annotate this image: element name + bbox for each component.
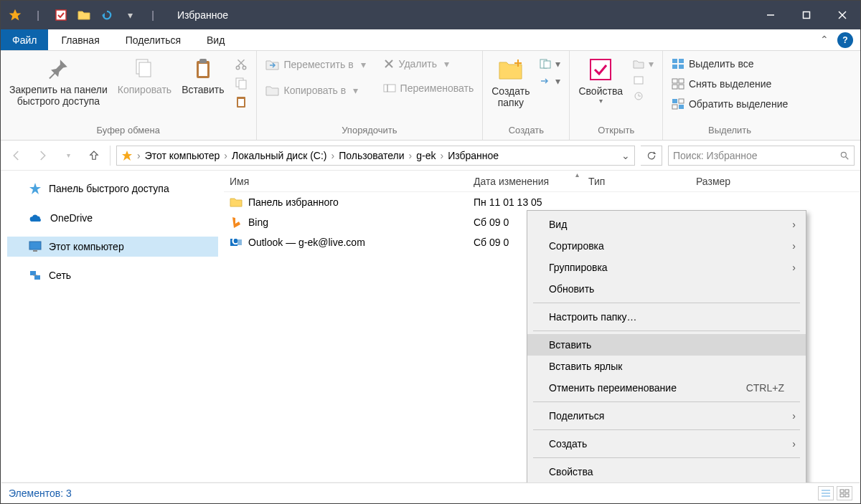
chevron-right-icon[interactable]: › xyxy=(331,150,335,161)
address-dropdown-icon[interactable]: ⌄ xyxy=(621,150,630,161)
chevron-right-icon[interactable]: › xyxy=(137,150,141,161)
tab-file[interactable]: Файл xyxy=(1,29,48,50)
chevron-right-icon: › xyxy=(792,438,796,450)
chevron-right-icon[interactable]: › xyxy=(409,150,413,161)
titlebar: | ▾ | Избранное xyxy=(1,1,860,29)
bing-icon xyxy=(230,216,243,229)
chevron-right-icon[interactable]: › xyxy=(441,150,444,161)
history-button[interactable] xyxy=(629,90,658,103)
tab-view[interactable]: Вид xyxy=(194,29,237,50)
svg-rect-8 xyxy=(139,62,151,77)
ctx-refresh[interactable]: Обновить xyxy=(527,278,806,300)
column-type[interactable]: Тип xyxy=(583,176,690,187)
tab-home[interactable]: Главная xyxy=(48,29,112,50)
sidebar-item-thispc[interactable]: Этот компьютер xyxy=(7,237,218,257)
selectall-label: Выделить все xyxy=(689,58,754,70)
maximize-button[interactable] xyxy=(789,1,824,29)
crumb-user[interactable]: g-ek xyxy=(416,150,436,161)
up-button[interactable] xyxy=(84,146,104,166)
ctx-customize[interactable]: Настроить папку… xyxy=(527,306,806,328)
sort-indicator-icon: ▴ xyxy=(575,171,579,179)
chevron-right-icon: › xyxy=(792,240,796,252)
context-menu: Вид› Сортировка› Группировка› Обновить Н… xyxy=(527,210,806,486)
close-button[interactable] xyxy=(824,1,860,29)
folder-qat-icon[interactable] xyxy=(74,5,94,25)
paste-label: Вставить xyxy=(182,84,224,95)
crumb-users[interactable]: Пользователи xyxy=(339,150,404,161)
svg-rect-11 xyxy=(199,59,207,63)
open-button[interactable]: ▾ xyxy=(629,57,658,71)
minimize-ribbon-icon[interactable]: ⌃ xyxy=(820,34,829,50)
new-item-button[interactable]: ▾ xyxy=(535,57,565,71)
moveto-label: Переместить в xyxy=(284,59,354,70)
crumb-favorites[interactable]: Избранное xyxy=(448,150,499,161)
status-items: Элементов: 3 xyxy=(9,488,72,499)
delete-button[interactable]: Удалить▾ xyxy=(379,57,479,71)
invert-button[interactable]: Обратить выделение xyxy=(667,97,792,111)
column-name[interactable]: Имя xyxy=(224,176,468,187)
table-row[interactable]: Панель избранного Пн 11 01 13 05 xyxy=(224,192,860,212)
recent-button[interactable]: ▾ xyxy=(58,146,78,166)
search-placeholder: Поиск: Избранное xyxy=(673,150,839,161)
ctx-new[interactable]: Создать› xyxy=(527,433,806,455)
cut-button[interactable] xyxy=(230,57,252,72)
ctx-properties[interactable]: Свойства xyxy=(527,461,806,482)
forward-button[interactable] xyxy=(32,146,52,166)
svg-rect-35 xyxy=(672,85,677,89)
crumb-thispc[interactable]: Этот компьютер xyxy=(145,150,220,161)
svg-rect-60 xyxy=(845,490,849,493)
ctx-paste[interactable]: Вставить xyxy=(527,334,806,356)
ctx-paste-shortcut[interactable]: Вставить ярлык xyxy=(527,356,806,377)
search-input[interactable]: Поиск: Избранное xyxy=(668,146,855,166)
help-icon[interactable]: ? xyxy=(837,32,853,48)
copyto-button[interactable]: Копировать в▾ xyxy=(261,82,370,98)
tab-share[interactable]: Поделиться xyxy=(113,29,194,50)
properties-qat-icon[interactable] xyxy=(51,5,71,25)
column-size[interactable]: Размер xyxy=(690,176,860,187)
ctx-view[interactable]: Вид› xyxy=(527,214,806,235)
sidebar-item-quickaccess[interactable]: Панель быстрого доступа xyxy=(7,178,218,199)
column-date[interactable]: Дата изменения xyxy=(468,176,583,187)
status-bar: Элементов: 3 xyxy=(1,482,860,503)
large-icons-view-button[interactable] xyxy=(837,486,852,500)
minimize-button[interactable] xyxy=(753,1,789,29)
delete-label: Удалить xyxy=(399,58,437,70)
svg-rect-32 xyxy=(679,65,684,69)
address-bar[interactable]: › Этот компьютер › Локальный диск (C:) ›… xyxy=(116,146,635,166)
undo-qat-icon[interactable] xyxy=(97,5,117,25)
paste-button[interactable]: Вставить xyxy=(177,54,228,98)
chevron-right-icon[interactable]: › xyxy=(224,150,227,161)
edit-button[interactable] xyxy=(629,74,658,87)
sidebar-item-network[interactable]: Сеть xyxy=(7,265,218,285)
svg-line-44 xyxy=(846,156,849,159)
ctx-sort[interactable]: Сортировка› xyxy=(527,235,806,257)
paste-shortcut-button[interactable] xyxy=(230,94,252,110)
selectall-button[interactable]: Выделить все xyxy=(667,57,792,71)
pin-button[interactable]: Закрепить на панели быстрого доступа xyxy=(5,54,112,110)
easy-access-button[interactable]: ▾ xyxy=(535,74,565,88)
details-view-button[interactable] xyxy=(818,486,834,500)
back-button[interactable] xyxy=(6,146,27,166)
moveto-button[interactable]: Переместить в▾ xyxy=(261,57,370,72)
copy-button[interactable]: Копировать xyxy=(113,54,176,98)
svg-rect-25 xyxy=(544,61,550,68)
ctx-group[interactable]: Группировка› xyxy=(527,257,806,278)
svg-rect-40 xyxy=(679,105,684,109)
qat-dropdown-icon[interactable]: ▾ xyxy=(120,5,140,25)
properties-button[interactable]: Свойства ▾ xyxy=(574,54,626,108)
sidebar-item-onedrive[interactable]: OneDrive xyxy=(7,208,218,228)
qat-separator: | xyxy=(143,5,163,25)
selectnone-button[interactable]: Снять выделение xyxy=(667,77,792,91)
new-folder-button[interactable]: Создать папку xyxy=(487,54,534,111)
crumb-drive[interactable]: Локальный диск (C:) xyxy=(232,150,327,161)
rename-button[interactable]: Переименовать xyxy=(379,81,479,95)
ctx-separator xyxy=(533,401,800,402)
monitor-icon xyxy=(29,241,42,252)
copy-path-button[interactable] xyxy=(230,75,252,91)
refresh-button[interactable] xyxy=(641,146,662,166)
ribbon: Закрепить на панели быстрого доступа Коп… xyxy=(1,51,860,141)
folder-icon xyxy=(230,196,243,208)
row-date: Пн 11 01 13 05 xyxy=(468,196,583,208)
ctx-undo-rename[interactable]: Отменить переименованиеCTRL+Z xyxy=(527,377,806,399)
ctx-share[interactable]: Поделиться› xyxy=(527,405,806,427)
